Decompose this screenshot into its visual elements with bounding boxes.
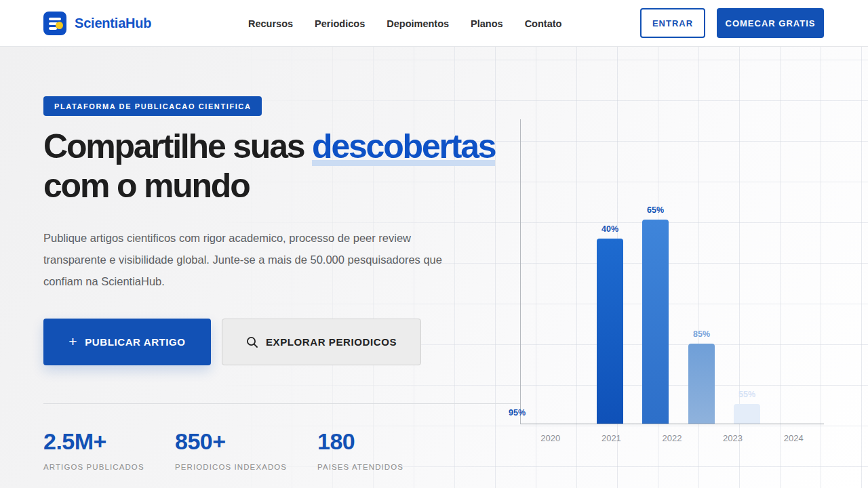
chart-bar-label: 40% [601,224,618,234]
stat-item: 2.5M+ARTIGOS PUBLICADOS [43,428,175,471]
nav-item-depoimentos[interactable]: Depoimentos [387,18,449,29]
scientiahub-logo-icon [43,12,66,35]
brand[interactable]: ScientiaHub [43,12,151,35]
chart-bar-2022 [642,220,669,424]
stat-label: ARTIGOS PUBLICADOS [43,463,175,471]
chart-origin-label: 95% [509,408,526,418]
stat-label: PERIODICOS INDEXADOS [175,463,317,471]
main-nav: RecursosPeriodicosDepoimentosPlanosConta… [248,0,561,47]
stat-item: 180PAISES ATENDIDOS [317,428,403,471]
chart-bar-label: 65% [647,205,664,215]
x-axis-tick-2022: 2022 [642,433,703,443]
nav-item-recursos[interactable]: Recursos [248,18,293,29]
stat-value: 850+ [175,428,317,455]
publication-bar-chart: 95%40%65%85%55% [520,119,824,424]
chart-bar-2023 [688,344,715,424]
heading-line2: com o mundo [43,167,250,205]
stats-row: 2.5M+ARTIGOS PUBLICADOS850+PERIODICOS IN… [43,428,403,471]
landing-page: ScientiaHub RecursosPeriodicosDepoimento… [0,0,868,488]
header: ScientiaHub RecursosPeriodicosDepoimento… [0,0,868,47]
brand-name: ScientiaHub [75,16,151,31]
stat-item: 850+PERIODICOS INDEXADOS [175,428,317,471]
plus-icon: + [68,334,77,348]
publish-article-label: PUBLICAR ARTIGO [85,336,185,348]
chart-bar-2024 [734,404,760,424]
heading-highlight: descobertas [312,127,495,168]
heading-text: Compartilhe suas [43,127,312,165]
login-button[interactable]: ENTRAR [640,8,705,38]
chart-bar-label: 85% [693,329,710,339]
stats-divider [43,403,520,404]
hero-paragraph: Publique artigos cientificos com rigor a… [43,227,460,292]
explore-journals-button[interactable]: EXPLORAR PERIODICOS [222,319,421,365]
hero-section: PLATAFORMA DE PUBLICACAO CIENTIFICA Comp… [0,47,868,488]
x-axis-tick-2021: 2021 [581,433,642,443]
nav-item-planos[interactable]: Planos [471,18,503,29]
hero-badge: PLATAFORMA DE PUBLICACAO CIENTIFICA [43,96,262,116]
x-axis-tick-2024: 2024 [763,433,824,443]
chart-bar-label: 55% [738,390,755,399]
nav-item-contato[interactable]: Contato [525,18,562,29]
publish-article-button[interactable]: + PUBLICAR ARTIGO [43,319,211,365]
explore-journals-label: EXPLORAR PERIODICOS [266,336,397,348]
x-axis-tick-2023: 2023 [703,433,764,443]
x-axis-tick-2020: 2020 [520,433,581,443]
chart-bar-2021 [597,239,623,424]
header-actions: ENTRAR COMECAR GRATIS [640,8,824,38]
search-icon [246,336,258,348]
logo-yellow-dot [56,22,63,29]
cta-row: + PUBLICAR ARTIGO EXPLORAR PERIODICOS [43,319,421,365]
hero-heading: Compartilhe suas descobertascom o mundo [43,127,495,205]
signup-button[interactable]: COMECAR GRATIS [717,8,824,38]
stat-label: PAISES ATENDIDOS [317,463,403,471]
chart-x-axis: 20202021202220232024 [520,433,824,443]
stat-value: 180 [317,428,403,455]
stat-value: 2.5M+ [43,428,175,455]
nav-item-periodicos[interactable]: Periodicos [315,18,365,29]
